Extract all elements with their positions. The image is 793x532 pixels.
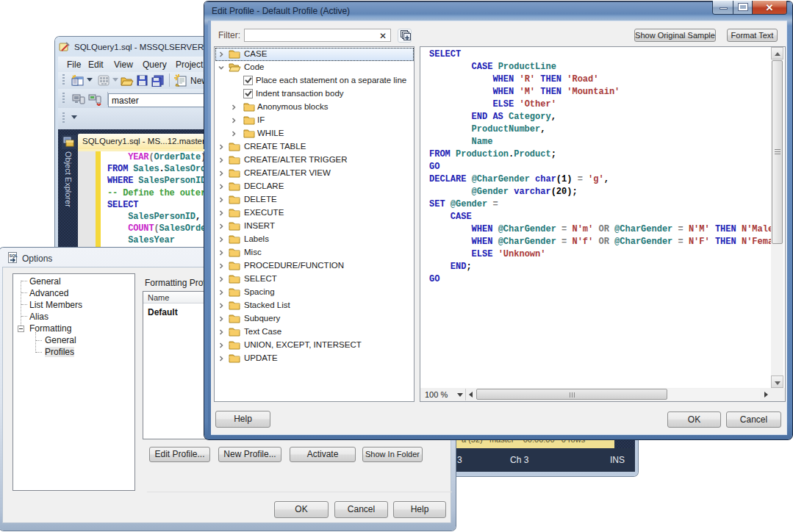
svg-text:SQL: SQL — [10, 254, 18, 258]
